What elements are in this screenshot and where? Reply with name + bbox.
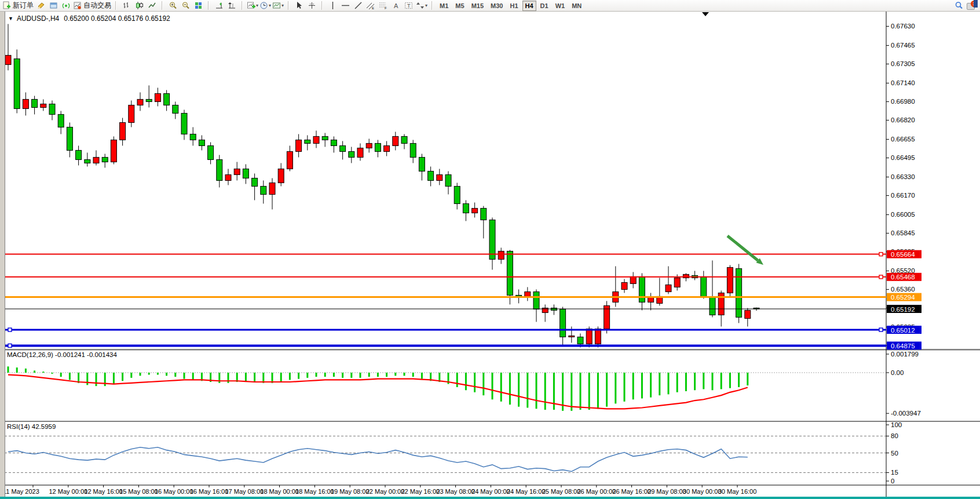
line-handle[interactable] <box>879 275 883 279</box>
candlestick <box>445 174 451 186</box>
candlestick <box>472 208 478 213</box>
candlestick <box>85 159 90 163</box>
price-line-label: 0.65468 <box>891 274 915 281</box>
tile-windows-icon <box>194 1 203 10</box>
search-button[interactable] <box>952 0 965 11</box>
line-handle[interactable] <box>8 328 12 332</box>
auto-scroll-button[interactable] <box>213 0 225 11</box>
candlestick <box>173 105 178 113</box>
candlestick <box>287 151 292 169</box>
candlestick <box>454 186 460 203</box>
add-indicator-button[interactable]: ▾ <box>246 0 259 11</box>
text-label-icon: T <box>404 1 414 10</box>
add-indicator-icon <box>247 1 255 10</box>
candlestick-mode-button[interactable] <box>133 0 145 11</box>
crosshair-tool-button[interactable] <box>305 0 318 11</box>
price-tick-label: 0.66980 <box>891 98 915 105</box>
macd-axis-label: 0.001799 <box>891 351 919 358</box>
price-tick-label: 0.67630 <box>891 23 915 30</box>
price-line-label: 0.65294 <box>891 294 915 301</box>
arrows-tool[interactable]: ▾ <box>415 0 428 11</box>
candlestick <box>463 203 469 213</box>
main-toolbar: 新订单 <box>0 0 980 12</box>
candlestick <box>5 55 11 64</box>
candlestick <box>243 169 248 178</box>
time-tick-label: 22 May 00:00 <box>366 488 405 495</box>
auto-trading-icon <box>73 1 82 10</box>
candlestick <box>736 268 742 317</box>
line-handle[interactable] <box>879 328 883 332</box>
macd-axis-label: -0.003947 <box>891 410 921 417</box>
timeframe-button-w1[interactable]: W1 <box>553 1 568 11</box>
vertical-line-tool[interactable] <box>326 0 339 11</box>
timeframe-button-m1[interactable]: M1 <box>437 1 451 11</box>
timeframe-button-d1[interactable]: D1 <box>537 1 551 11</box>
toolbar-group-cursor <box>291 0 320 11</box>
horizontal-line-tool[interactable] <box>339 0 352 11</box>
candlestick <box>340 145 346 151</box>
candlestick <box>639 276 645 302</box>
zoom-out-button[interactable] <box>179 0 192 11</box>
toolbar-separator <box>432 1 433 10</box>
text-label-tool[interactable]: T <box>403 0 415 11</box>
periods-button[interactable]: ▾ <box>259 0 272 11</box>
signals-button[interactable] <box>60 0 72 11</box>
dropdown-caret[interactable]: ▾ <box>256 3 258 8</box>
candlestick <box>120 122 126 140</box>
chart-menu-icon[interactable]: ▼ <box>8 16 13 21</box>
market-watch-icon <box>49 1 58 10</box>
dropdown-caret[interactable]: ▾ <box>281 3 284 8</box>
candlestick <box>190 134 196 140</box>
timeframe-button-h1[interactable]: H1 <box>507 1 521 11</box>
candlestick <box>146 99 152 101</box>
channel-tool[interactable]: E <box>364 0 377 11</box>
line-handle[interactable] <box>879 253 883 256</box>
chart-canvas[interactable]: 0.676300.674650.673050.671400.669800.668… <box>0 11 980 497</box>
zoom-in-button[interactable] <box>166 0 179 11</box>
styler-button[interactable] <box>34 0 47 11</box>
candlestick <box>525 292 531 296</box>
dropdown-caret[interactable]: ▾ <box>269 3 271 8</box>
chart-shift-button[interactable] <box>225 0 238 11</box>
candlestick <box>234 169 240 174</box>
fibonacci-tool[interactable]: F <box>377 0 390 11</box>
line-handle[interactable] <box>8 344 12 347</box>
price-tick-label: 0.66495 <box>891 154 915 161</box>
timeframe-button-m30[interactable]: M30 <box>488 1 506 11</box>
chart-shift-icon <box>228 1 236 10</box>
candlestick <box>375 143 381 151</box>
timeframe-button-mn[interactable]: MN <box>569 1 584 11</box>
rsi-axis-label: 50 <box>891 450 898 457</box>
auto-trading-button[interactable]: 自动交易 <box>72 0 112 11</box>
time-tick-label: 18 May 16:00 <box>295 488 334 495</box>
time-tick-label: 15 May 08:00 <box>119 488 158 495</box>
market-watch-button[interactable] <box>47 0 60 11</box>
toolbar-separator <box>321 1 323 10</box>
toolbar-separator <box>162 1 163 10</box>
macd-axis-label: 0.00 <box>891 369 904 376</box>
trendline-tool[interactable] <box>352 0 364 11</box>
arrows-icon <box>416 1 425 10</box>
price-line-label: 0.64875 <box>891 343 915 349</box>
candlestick <box>745 310 751 318</box>
clock-icon <box>259 1 268 10</box>
candlestick <box>111 140 116 162</box>
timeframe-button-h4[interactable]: H4 <box>522 1 536 11</box>
text-tool[interactable]: A <box>390 0 403 11</box>
bar-chart-mode-button[interactable] <box>120 0 133 11</box>
candlestick <box>437 174 443 180</box>
candlestick <box>727 267 733 293</box>
timeframe-button-m15[interactable]: M15 <box>469 1 487 11</box>
dropdown-caret[interactable]: ▾ <box>425 3 427 8</box>
zoom-in-icon <box>169 1 177 10</box>
candlestick <box>401 136 407 143</box>
tile-windows-button[interactable] <box>192 0 204 11</box>
templates-icon <box>272 1 281 10</box>
candlestick <box>595 329 601 344</box>
cursor-tool-button[interactable] <box>292 0 305 11</box>
line-chart-mode-button[interactable] <box>145 0 158 11</box>
timeframe-button-m5[interactable]: M5 <box>452 1 467 11</box>
new-order-button[interactable]: 新订单 <box>2 0 34 11</box>
templates-button[interactable]: ▾ <box>272 0 284 11</box>
candlestick <box>569 336 575 337</box>
